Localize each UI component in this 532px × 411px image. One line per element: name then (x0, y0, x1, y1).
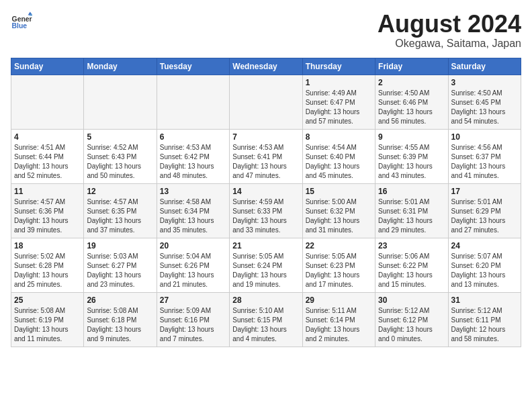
calendar-cell: 24Sunrise: 5:07 AM Sunset: 6:20 PM Dayli… (448, 238, 521, 292)
day-number: 29 (306, 295, 372, 305)
calendar-cell: 9Sunrise: 4:55 AM Sunset: 6:39 PM Daylig… (375, 129, 448, 183)
day-content: Sunrise: 4:55 AM Sunset: 6:39 PM Dayligh… (378, 143, 445, 181)
day-header-tuesday: Tuesday (157, 58, 229, 75)
calendar-cell: 4Sunrise: 4:51 AM Sunset: 6:44 PM Daylig… (11, 129, 84, 183)
day-content: Sunrise: 5:09 AM Sunset: 6:16 PM Dayligh… (160, 306, 226, 344)
day-content: Sunrise: 5:08 AM Sunset: 6:19 PM Dayligh… (14, 306, 81, 344)
day-content: Sunrise: 4:52 AM Sunset: 6:43 PM Dayligh… (87, 143, 153, 181)
day-number: 14 (232, 187, 299, 196)
location: Okegawa, Saitama, Japan (378, 38, 521, 50)
day-number: 23 (378, 241, 445, 250)
week-row-3: 11Sunrise: 4:57 AM Sunset: 6:36 PM Dayli… (11, 183, 521, 238)
svg-text:Blue: Blue (12, 22, 28, 30)
day-header-monday: Monday (84, 58, 157, 75)
title-block: August 2024 Okegawa, Saitama, Japan (378, 11, 521, 50)
calendar-cell: 31Sunrise: 5:12 AM Sunset: 6:11 PM Dayli… (448, 292, 521, 347)
day-number: 7 (232, 132, 299, 142)
page-header: General Blue August 2024 Okegawa, Saitam… (11, 11, 521, 50)
calendar-cell: 28Sunrise: 5:10 AM Sunset: 6:15 PM Dayli… (230, 292, 302, 347)
day-number: 4 (14, 132, 81, 142)
day-content: Sunrise: 4:51 AM Sunset: 6:44 PM Dayligh… (14, 143, 81, 181)
calendar-cell: 18Sunrise: 5:02 AM Sunset: 6:28 PM Dayli… (11, 238, 84, 292)
day-content: Sunrise: 5:00 AM Sunset: 6:32 PM Dayligh… (306, 197, 372, 235)
calendar-cell: 21Sunrise: 5:05 AM Sunset: 6:24 PM Dayli… (230, 238, 302, 292)
day-number: 20 (160, 241, 226, 250)
day-content: Sunrise: 5:03 AM Sunset: 6:27 PM Dayligh… (87, 252, 153, 289)
day-number: 31 (451, 295, 518, 305)
day-number: 2 (378, 78, 445, 87)
calendar-cell: 7Sunrise: 4:53 AM Sunset: 6:41 PM Daylig… (230, 129, 302, 183)
day-number: 30 (378, 295, 445, 305)
calendar-cell (157, 75, 229, 129)
calendar-cell: 15Sunrise: 5:00 AM Sunset: 6:32 PM Dayli… (302, 183, 375, 238)
calendar-cell: 22Sunrise: 5:05 AM Sunset: 6:23 PM Dayli… (302, 238, 375, 292)
day-number: 18 (14, 241, 81, 250)
calendar-cell: 14Sunrise: 4:59 AM Sunset: 6:33 PM Dayli… (230, 183, 302, 238)
day-content: Sunrise: 5:01 AM Sunset: 6:31 PM Dayligh… (378, 197, 445, 235)
day-content: Sunrise: 4:49 AM Sunset: 6:47 PM Dayligh… (306, 89, 372, 126)
day-content: Sunrise: 4:53 AM Sunset: 6:41 PM Dayligh… (232, 143, 299, 181)
day-header-saturday: Saturday (448, 58, 521, 75)
calendar-cell: 20Sunrise: 5:04 AM Sunset: 6:26 PM Dayli… (157, 238, 229, 292)
day-number: 3 (451, 78, 518, 87)
day-number: 6 (160, 132, 226, 142)
calendar-cell: 16Sunrise: 5:01 AM Sunset: 6:31 PM Dayli… (375, 183, 448, 238)
week-row-1: 1Sunrise: 4:49 AM Sunset: 6:47 PM Daylig… (11, 75, 521, 129)
calendar-cell: 6Sunrise: 4:53 AM Sunset: 6:42 PM Daylig… (157, 129, 229, 183)
day-number: 5 (87, 132, 153, 142)
day-content: Sunrise: 4:57 AM Sunset: 6:36 PM Dayligh… (14, 197, 81, 235)
day-header-sunday: Sunday (11, 58, 84, 75)
day-number: 1 (306, 78, 372, 87)
calendar-cell: 27Sunrise: 5:09 AM Sunset: 6:16 PM Dayli… (157, 292, 229, 347)
day-content: Sunrise: 5:01 AM Sunset: 6:29 PM Dayligh… (451, 197, 518, 235)
calendar-cell: 5Sunrise: 4:52 AM Sunset: 6:43 PM Daylig… (84, 129, 157, 183)
day-number: 8 (306, 132, 372, 142)
calendar-cell: 17Sunrise: 5:01 AM Sunset: 6:29 PM Dayli… (448, 183, 521, 238)
calendar-cell: 30Sunrise: 5:12 AM Sunset: 6:12 PM Dayli… (375, 292, 448, 347)
calendar-cell (11, 75, 84, 129)
day-number: 21 (232, 241, 299, 250)
calendar-cell: 10Sunrise: 4:56 AM Sunset: 6:37 PM Dayli… (448, 129, 521, 183)
day-header-friday: Friday (375, 58, 448, 75)
day-content: Sunrise: 5:12 AM Sunset: 6:11 PM Dayligh… (451, 306, 518, 344)
day-number: 11 (14, 187, 81, 196)
month-year: August 2024 (378, 11, 521, 38)
day-header-wednesday: Wednesday (230, 58, 302, 75)
calendar-cell: 11Sunrise: 4:57 AM Sunset: 6:36 PM Dayli… (11, 183, 84, 238)
day-content: Sunrise: 5:11 AM Sunset: 6:14 PM Dayligh… (306, 306, 372, 344)
day-number: 19 (87, 241, 153, 250)
day-number: 24 (451, 241, 518, 250)
day-number: 16 (378, 187, 445, 196)
day-number: 25 (14, 295, 81, 305)
day-number: 26 (87, 295, 153, 305)
day-number: 17 (451, 187, 518, 196)
calendar-cell: 8Sunrise: 4:54 AM Sunset: 6:40 PM Daylig… (302, 129, 375, 183)
day-content: Sunrise: 4:54 AM Sunset: 6:40 PM Dayligh… (306, 143, 372, 181)
calendar-cell: 13Sunrise: 4:58 AM Sunset: 6:34 PM Dayli… (157, 183, 229, 238)
day-number: 13 (160, 187, 226, 196)
days-header-row: SundayMondayTuesdayWednesdayThursdayFrid… (11, 58, 521, 75)
day-number: 12 (87, 187, 153, 196)
day-content: Sunrise: 5:04 AM Sunset: 6:26 PM Dayligh… (160, 252, 226, 289)
calendar-cell: 1Sunrise: 4:49 AM Sunset: 6:47 PM Daylig… (302, 75, 375, 129)
day-content: Sunrise: 4:57 AM Sunset: 6:35 PM Dayligh… (87, 197, 153, 235)
calendar-table: SundayMondayTuesdayWednesdayThursdayFrid… (11, 58, 521, 347)
calendar-cell (230, 75, 302, 129)
day-content: Sunrise: 5:02 AM Sunset: 6:28 PM Dayligh… (14, 252, 81, 289)
calendar-cell: 26Sunrise: 5:08 AM Sunset: 6:18 PM Dayli… (84, 292, 157, 347)
day-number: 10 (451, 132, 518, 142)
calendar-cell: 23Sunrise: 5:06 AM Sunset: 6:22 PM Dayli… (375, 238, 448, 292)
day-content: Sunrise: 5:12 AM Sunset: 6:12 PM Dayligh… (378, 306, 445, 344)
calendar-cell: 2Sunrise: 4:50 AM Sunset: 6:46 PM Daylig… (375, 75, 448, 129)
calendar-cell: 12Sunrise: 4:57 AM Sunset: 6:35 PM Dayli… (84, 183, 157, 238)
day-content: Sunrise: 5:07 AM Sunset: 6:20 PM Dayligh… (451, 252, 518, 289)
logo: General Blue (11, 11, 32, 32)
calendar-cell: 25Sunrise: 5:08 AM Sunset: 6:19 PM Dayli… (11, 292, 84, 347)
day-content: Sunrise: 5:10 AM Sunset: 6:15 PM Dayligh… (232, 306, 299, 344)
day-number: 9 (378, 132, 445, 142)
day-content: Sunrise: 5:08 AM Sunset: 6:18 PM Dayligh… (87, 306, 153, 344)
calendar-cell: 3Sunrise: 4:50 AM Sunset: 6:45 PM Daylig… (448, 75, 521, 129)
day-content: Sunrise: 4:50 AM Sunset: 6:45 PM Dayligh… (451, 89, 518, 126)
day-content: Sunrise: 4:58 AM Sunset: 6:34 PM Dayligh… (160, 197, 226, 235)
calendar-cell: 29Sunrise: 5:11 AM Sunset: 6:14 PM Dayli… (302, 292, 375, 347)
